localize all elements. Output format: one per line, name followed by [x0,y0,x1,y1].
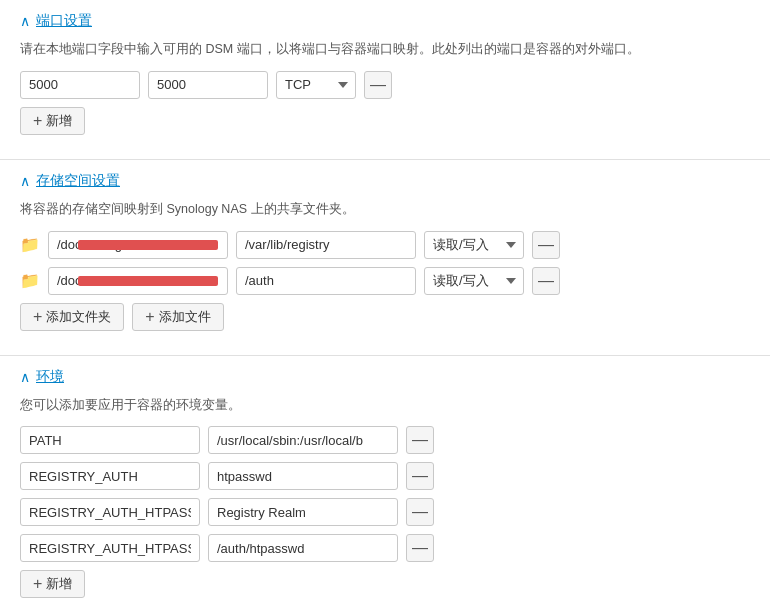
env-row-3: — [20,534,750,562]
storage-add-row: + 添加文件夹 + 添加文件 [20,303,750,331]
remove-env-button-2[interactable]: — [406,498,434,526]
env-add-row: + 新增 [20,570,750,598]
plus-icon-folder: + [33,309,42,325]
storage-row-0: 📁 读取/写入 只读 — [20,231,750,259]
minus-icon-e1: — [412,467,428,485]
env-row-2: — [20,498,750,526]
env-val-input-2[interactable] [208,498,398,526]
env-section: ∧ 环境 您可以添加要应用于容器的环境变量。 — — — — + [0,356,770,601]
storage-row-1: 📁 读取/写入 只读 — [20,267,750,295]
minus-icon-e3: — [412,539,428,557]
env-section-title: 环境 [36,368,64,386]
minus-icon-s0: — [538,236,554,254]
env-section-header[interactable]: ∧ 环境 [20,368,750,386]
remove-env-button-1[interactable]: — [406,462,434,490]
storage-section-title: 存储空间设置 [36,172,120,190]
remove-storage-button-0[interactable]: — [532,231,560,259]
port-row-0: TCP UDP — [20,71,750,99]
storage-section: ∧ 存储空间设置 将容器的存储空间映射到 Synology NAS 上的共享文件… [0,160,770,356]
plus-icon-file: + [145,309,154,325]
plus-icon: + [33,113,42,129]
env-section-desc: 您可以添加要应用于容器的环境变量。 [20,396,750,415]
remove-port-button-0[interactable]: — [364,71,392,99]
port-section-header[interactable]: ∧ 端口设置 [20,12,750,30]
port-section-title: 端口设置 [36,12,92,30]
storage-chevron-icon: ∧ [20,173,30,189]
env-row-0: — [20,426,750,454]
env-row-1: — [20,462,750,490]
env-key-input-0[interactable] [20,426,200,454]
redact-bar-0 [78,240,218,250]
folder-icon-1: 📁 [20,271,40,290]
add-port-button[interactable]: + 新增 [20,107,85,135]
minus-icon-s1: — [538,272,554,290]
env-val-input-0[interactable] [208,426,398,454]
remove-env-button-3[interactable]: — [406,534,434,562]
plus-icon-env: + [33,576,42,592]
remove-env-button-0[interactable]: — [406,426,434,454]
add-folder-button[interactable]: + 添加文件夹 [20,303,124,331]
port-section-desc: 请在本地端口字段中输入可用的 DSM 端口，以将端口与容器端口映射。此处列出的端… [20,40,750,59]
add-port-label: 新增 [46,112,72,130]
add-file-label: 添加文件 [159,308,211,326]
add-env-label: 新增 [46,575,72,593]
permission-select-0[interactable]: 读取/写入 只读 [424,231,524,259]
container-path-input-0[interactable] [236,231,416,259]
storage-section-desc: 将容器的存储空间映射到 Synology NAS 上的共享文件夹。 [20,200,750,219]
storage-section-header[interactable]: ∧ 存储空间设置 [20,172,750,190]
port-section: ∧ 端口设置 请在本地端口字段中输入可用的 DSM 端口，以将端口与容器端口映射… [0,0,770,160]
local-port-input-0[interactable] [20,71,140,99]
env-val-input-1[interactable] [208,462,398,490]
minus-icon-e0: — [412,431,428,449]
add-env-button[interactable]: + 新增 [20,570,85,598]
folder-icon-0: 📁 [20,235,40,254]
port-chevron-icon: ∧ [20,13,30,29]
env-key-input-1[interactable] [20,462,200,490]
env-val-input-3[interactable] [208,534,398,562]
add-file-button[interactable]: + 添加文件 [132,303,223,331]
add-folder-label: 添加文件夹 [46,308,111,326]
protocol-select-0[interactable]: TCP UDP [276,71,356,99]
container-path-input-1[interactable] [236,267,416,295]
env-chevron-icon: ∧ [20,369,30,385]
remove-storage-button-1[interactable]: — [532,267,560,295]
env-key-input-2[interactable] [20,498,200,526]
env-key-input-3[interactable] [20,534,200,562]
minus-icon: — [370,76,386,94]
permission-select-1[interactable]: 读取/写入 只读 [424,267,524,295]
redact-bar-1 [78,276,218,286]
host-path-wrapper-0 [48,231,228,259]
container-port-input-0[interactable] [148,71,268,99]
port-add-row: + 新增 [20,107,750,135]
host-path-wrapper-1 [48,267,228,295]
minus-icon-e2: — [412,503,428,521]
